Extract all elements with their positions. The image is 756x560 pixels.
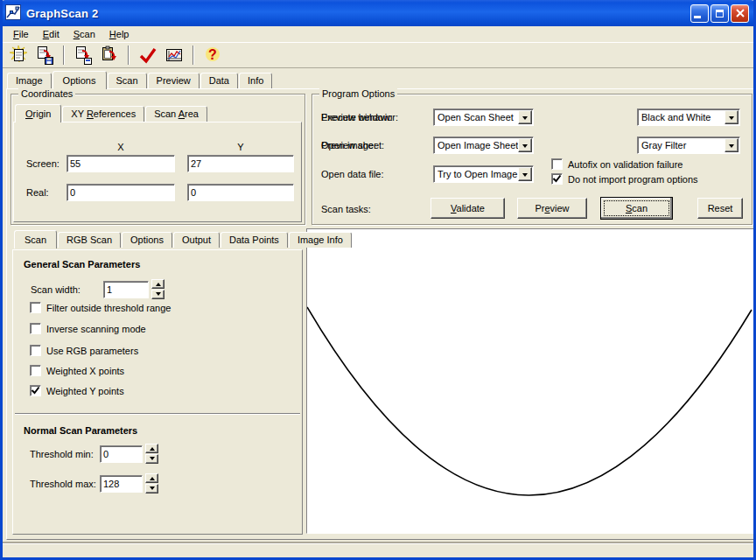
threshold-max-spinner[interactable]	[145, 473, 158, 494]
use-rgb-checkbox[interactable]: Use RGB parameters	[30, 345, 138, 356]
coordinates-legend: Coordinates	[18, 88, 75, 99]
threshold-min-field[interactable]	[100, 445, 143, 463]
no-import-checkbox[interactable]: Do not import program options	[551, 173, 698, 185]
checkbox-label: Inverse scanning mode	[46, 324, 146, 334]
validate-icon[interactable]	[137, 45, 158, 66]
validate-button[interactable]: Validate	[430, 198, 505, 219]
tab-image[interactable]: Image	[7, 73, 52, 88]
scanned-curve	[307, 229, 753, 533]
weighted-y-checkbox[interactable]: Weighted Y points	[30, 385, 124, 396]
checkbox-label: Weighted X points	[46, 366, 124, 376]
checkbox-box	[30, 365, 41, 376]
tab-options-params[interactable]: Options	[122, 232, 172, 248]
tab-data-points[interactable]: Data Points	[220, 232, 288, 248]
chevron-down-icon	[724, 138, 738, 152]
screen-x-field[interactable]	[66, 155, 175, 172]
window-title: GraphScan 2	[26, 7, 98, 20]
reset-button[interactable]: Reset	[697, 198, 743, 219]
scan-width-spinner[interactable]	[151, 279, 164, 299]
toolbar-separator	[192, 46, 194, 65]
filter-threshold-checkbox[interactable]: Filter outside threshold range	[30, 302, 171, 313]
checkbox-box	[30, 302, 41, 313]
spin-up-button[interactable]	[151, 279, 164, 289]
execute-behavior-select[interactable]: Open Scan Sheet	[433, 108, 534, 126]
menu-help[interactable]: Help	[102, 27, 136, 41]
tab-output[interactable]: Output	[173, 232, 220, 248]
minimize-button[interactable]	[690, 4, 709, 23]
threshold-min-spinner[interactable]	[145, 444, 158, 464]
tab-info[interactable]: Info	[239, 73, 272, 88]
screen-y-field[interactable]	[187, 155, 294, 172]
threshold-max-field[interactable]	[100, 475, 143, 493]
preview-window-select[interactable]: Black and White	[637, 108, 740, 126]
app-window: GraphScan 2 File Edit Scan Help	[0, 0, 756, 560]
scan-width-label: Scan width:	[31, 284, 80, 295]
tab-xy-references[interactable]: XY References	[62, 106, 144, 122]
checkbox-label: Filter outside threshold range	[46, 303, 171, 313]
coordinates-tab-bar: Origin XY References Scan Area	[15, 104, 208, 122]
tab-scan-params[interactable]: Scan	[14, 230, 57, 248]
tab-preview[interactable]: Preview	[148, 73, 200, 88]
spin-up-button[interactable]	[145, 444, 158, 453]
screen-label: Screen:	[26, 158, 60, 169]
spin-down-button[interactable]	[151, 290, 164, 299]
help-icon[interactable]: ?	[202, 45, 223, 66]
section-divider	[15, 413, 300, 415]
menu-scan[interactable]: Scan	[66, 27, 102, 41]
real-y-field[interactable]	[187, 184, 294, 201]
preview-button[interactable]: Preview	[517, 198, 587, 219]
export-image-icon[interactable]	[73, 45, 94, 66]
checkbox-box	[30, 345, 41, 356]
autofix-checkbox[interactable]: Autofix on validation failure	[551, 158, 682, 170]
threshold-max-label: Threshold max:	[30, 479, 96, 489]
weighted-x-checkbox[interactable]: Weighted X points	[30, 365, 124, 376]
checkbox-box	[30, 323, 41, 334]
maximize-button[interactable]	[710, 4, 729, 23]
open-image-icon[interactable]	[8, 45, 29, 66]
preview-sheet-select[interactable]: Gray Filter	[637, 136, 740, 154]
normal-scan-heading: Normal Scan Parameters	[24, 425, 137, 436]
scan-tab-page: General Scan Parameters Scan width: Filt…	[12, 249, 303, 535]
tab-options[interactable]: Options	[52, 71, 107, 89]
app-icon	[5, 4, 21, 22]
menu-bar: File Edit Scan Help	[3, 26, 753, 42]
title-bar: GraphScan 2	[0, 0, 756, 26]
program-options-group: Program Options Execute behavior: Open S…	[312, 94, 752, 225]
real-x-field[interactable]	[66, 184, 175, 201]
inverse-scanning-checkbox[interactable]: Inverse scanning mode	[30, 323, 146, 334]
menu-file[interactable]: File	[6, 27, 36, 41]
scan-width-field[interactable]	[103, 281, 149, 298]
options-tab-page: Coordinates Origin XY References Scan Ar…	[6, 88, 755, 540]
general-scan-heading: General Scan Parameters	[24, 259, 140, 270]
paste-image-icon[interactable]	[99, 45, 120, 66]
spin-down-button[interactable]	[145, 454, 158, 464]
chevron-down-icon	[518, 167, 532, 181]
checkbox-label: Weighted Y points	[46, 386, 124, 396]
toolbar-separator	[128, 46, 130, 65]
menu-edit[interactable]: Edit	[36, 27, 66, 41]
tab-data[interactable]: Data	[200, 73, 238, 88]
save-image-icon[interactable]	[34, 45, 55, 66]
status-bar	[3, 543, 753, 557]
svg-text:?: ?	[208, 47, 217, 62]
main-tab-bar: Image Options Scan Preview Data Info	[7, 70, 273, 88]
image-preview-panel[interactable]	[306, 228, 754, 534]
spin-down-button[interactable]	[145, 484, 158, 494]
tab-origin[interactable]: Origin	[15, 104, 61, 122]
toolbar: ?	[3, 42, 753, 68]
no-import-label: Do not import program options	[568, 174, 698, 185]
checkbox-box	[30, 385, 41, 396]
scan-button[interactable]: Scan	[600, 197, 673, 220]
open-image-select[interactable]: Open Image Sheet	[433, 136, 534, 154]
spin-up-button[interactable]	[145, 473, 158, 483]
tab-scan[interactable]: Scan	[108, 73, 147, 88]
close-button[interactable]	[731, 4, 749, 23]
scan-graph-icon[interactable]	[164, 45, 185, 66]
tab-rgb-scan[interactable]: RGB Scan	[58, 232, 121, 248]
open-data-file-select[interactable]: Try to Open Image	[433, 165, 534, 183]
preview-window-label: Preview window:	[321, 112, 393, 122]
autofix-label: Autofix on validation failure	[568, 159, 682, 170]
column-header-y: Y	[187, 142, 294, 152]
tab-image-info[interactable]: Image Info	[289, 232, 352, 248]
tab-scan-area[interactable]: Scan Area	[145, 106, 207, 122]
